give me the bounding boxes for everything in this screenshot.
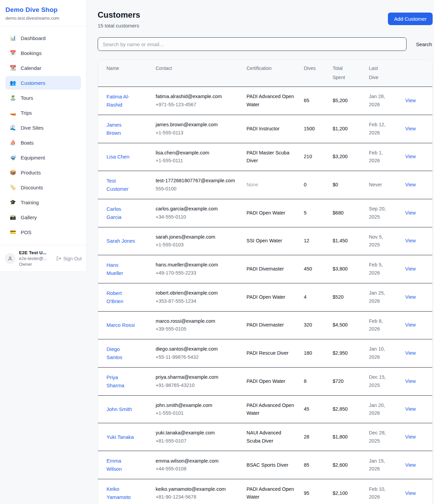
sidebar-item-products[interactable]: 📦 Products <box>5 166 81 179</box>
view-customer-link[interactable]: View <box>405 209 416 217</box>
tours-icon: 🏝️ <box>9 95 16 101</box>
bookings-icon: 📅 <box>9 50 16 56</box>
customer-phone: +971-55-123-4567 <box>156 101 196 109</box>
customer-certification: PADI Advanced Open Water <box>246 93 296 109</box>
customer-name-link[interactable]: Lisa Chen <box>106 153 130 161</box>
view-customer-link[interactable]: View <box>405 405 416 413</box>
table-row: Test Customer test-1772681807767@example… <box>98 171 432 199</box>
certification-cell: None <box>246 171 304 199</box>
view-customer-link[interactable]: View <box>405 321 416 329</box>
customer-last-dive: Feb 1, 2026 <box>369 149 389 165</box>
total-spent-cell: $3,800 <box>333 255 369 283</box>
customer-email: emma.wilson@example.com <box>156 457 219 465</box>
customer-name-link[interactable]: Priya Sharma <box>106 373 136 390</box>
search-button[interactable]: Search <box>415 40 433 49</box>
sidebar-item-equipment[interactable]: 🤿 Equipment <box>5 151 81 164</box>
column-header-name: Name <box>106 60 156 87</box>
table-row: Robert O'Brien robert.obrien@example.com… <box>98 283 432 312</box>
person-icon <box>7 256 13 261</box>
customer-dives: 4 <box>304 293 307 301</box>
name-cell: Emma Wilson <box>106 451 156 479</box>
customer-certification: PADI Advanced Open Water <box>246 402 296 417</box>
dives-cell: 1500 <box>304 115 333 143</box>
customer-name-link[interactable]: James Brown <box>106 121 136 137</box>
customer-total-spent: $3,800 <box>333 265 348 273</box>
contact-cell: keiko.yamamoto@example.com +81-90-1234-5… <box>156 479 246 504</box>
customer-name-link[interactable]: Yuki Tanaka <box>106 433 134 441</box>
sign-out-label: Sign Out <box>63 256 82 261</box>
total-spent-cell: $2,950 <box>333 339 369 367</box>
view-customer-link[interactable]: View <box>405 489 416 497</box>
sidebar-item-calendar[interactable]: 📆 Calendar <box>5 61 81 75</box>
name-cell: Test Customer <box>106 171 156 199</box>
total-spent-cell: $3,200 <box>333 143 369 171</box>
search-input[interactable] <box>98 37 407 51</box>
certification-cell: SSI Open Water <box>246 227 304 255</box>
last-dive-cell: Jan 15, 2026 <box>369 451 405 479</box>
boats-icon: ⛵ <box>9 139 16 146</box>
customer-last-dive: Jan 15, 2026 <box>369 457 389 473</box>
customer-name-link[interactable]: Fatima Al-Rashid <box>106 93 136 109</box>
table-body: Fatima Al-Rashid fatima.alrashid@example… <box>98 87 432 504</box>
contact-cell: robert.obrien@example.com +353-87-555-12… <box>156 283 246 311</box>
customer-name-link[interactable]: Emma Wilson <box>106 457 136 473</box>
name-cell: Lisa Chen <box>106 143 156 171</box>
sidebar-item-tours[interactable]: 🏝️ Tours <box>5 91 81 105</box>
view-customer-link[interactable]: View <box>405 237 416 245</box>
customer-email: lisa.chen@example.com <box>156 149 209 157</box>
view-customer-link[interactable]: View <box>405 125 416 133</box>
sign-out-button[interactable]: Sign Out <box>56 256 82 261</box>
logout-icon <box>56 256 61 261</box>
customer-certification: SSI Open Water <box>246 237 282 245</box>
sidebar-item-trips[interactable]: 🚤 Trips <box>5 106 81 119</box>
view-customer-link[interactable]: View <box>405 265 416 273</box>
page-title: Customers <box>98 10 140 20</box>
customer-name-link[interactable]: Carlos Garcia <box>106 205 136 221</box>
customer-total-spent: $2,950 <box>333 349 348 357</box>
sidebar-item-gallery[interactable]: 📸 Gallery <box>5 210 81 224</box>
customer-name-link[interactable]: Diego Santos <box>106 345 136 361</box>
view-customer-link[interactable]: View <box>405 349 416 357</box>
column-header-dives: Dives <box>304 60 333 87</box>
customer-last-dive: Sep 20, 2025 <box>369 205 389 221</box>
customer-name-link[interactable]: Sarah Jones <box>106 237 135 245</box>
view-customer-link[interactable]: View <box>405 153 416 161</box>
customer-email: priya.sharma@example.com <box>156 373 218 381</box>
customer-certification: PADI Divemaster <box>246 265 284 273</box>
sidebar-item-customers[interactable]: 👥 Customers <box>5 76 81 90</box>
customer-name-link[interactable]: Test Customer <box>106 177 136 193</box>
table-row: Hans Mueller hans.mueller@example.com +4… <box>98 255 432 283</box>
customer-certification: PADI Advanced Open Water <box>246 485 296 501</box>
sidebar-item-training[interactable]: 🎓 Training <box>5 195 81 209</box>
customer-name-link[interactable]: Keiko Yamamoto <box>106 485 136 501</box>
customer-name-link[interactable]: Marco Rossi <box>106 321 135 329</box>
column-header-contact: Contact <box>156 60 246 87</box>
name-cell: Marco Rossi <box>106 312 156 339</box>
sidebar-item-dashboard[interactable]: 📊 Dashboard <box>5 31 81 45</box>
sidebar-item-dive-sites[interactable]: 🌊 Dive Sites <box>5 121 81 134</box>
sidebar-item-pos[interactable]: 💳 POS <box>5 225 81 239</box>
contact-cell: emma.wilson@example.com +44-555-0108 <box>156 451 246 479</box>
customer-last-dive: Dec 28, 2025 <box>369 429 389 445</box>
view-customer-link[interactable]: View <box>405 461 416 469</box>
sidebar-item-discounts[interactable]: 🏷️ Discounts <box>5 181 81 194</box>
sidebar-item-bookings[interactable]: 📅 Bookings <box>5 46 81 60</box>
contact-cell: yuki.tanaka@example.com +81-555-0107 <box>156 423 246 451</box>
view-customer-link[interactable]: View <box>405 97 416 105</box>
dives-cell: 85 <box>304 451 333 479</box>
view-customer-link[interactable]: View <box>405 433 416 441</box>
sidebar-item-boats[interactable]: ⛵ Boats <box>5 136 81 149</box>
view-customer-link[interactable]: View <box>405 377 416 385</box>
customer-name-link[interactable]: Hans Mueller <box>106 261 136 277</box>
add-customer-button[interactable]: Add Customer <box>388 13 433 25</box>
customer-name-link[interactable]: John Smith <box>106 405 132 413</box>
customer-dives: 65 <box>304 97 309 105</box>
table-row: Priya Sharma priya.sharma@example.com +9… <box>98 368 432 396</box>
view-customer-link[interactable]: View <box>405 181 416 189</box>
sidebar: Demo Dive Shop demo.test.divestreams.com… <box>0 0 87 272</box>
table-row: James Brown james.brown@example.com +1-5… <box>98 115 432 143</box>
customer-name-link[interactable]: Robert O'Brien <box>106 289 136 305</box>
customer-phone: +1-555-0101 <box>156 409 184 417</box>
view-customer-link[interactable]: View <box>405 293 416 301</box>
name-cell: Priya Sharma <box>106 368 156 395</box>
